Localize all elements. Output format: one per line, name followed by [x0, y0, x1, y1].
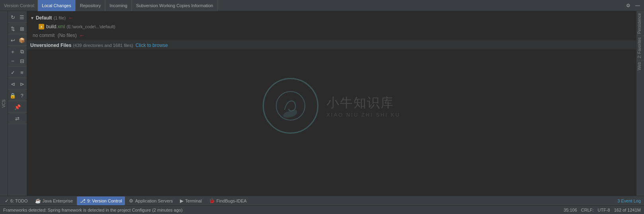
shelf-btn[interactable]: 📦: [18, 36, 26, 45]
click-to-browse-link[interactable]: Click to browse: [135, 43, 168, 48]
tab-incoming[interactable]: Incoming: [105, 0, 132, 11]
red-arrow-1: ←: [68, 15, 74, 21]
status-message: Frameworks detected: Spring framework is…: [3, 208, 564, 212]
todo-label: 6: TODO: [10, 198, 28, 203]
left-edge: VCS: [0, 11, 8, 196]
diff-btn[interactable]: ⊲: [8, 80, 17, 88]
watermark-circle: [263, 78, 318, 134]
no-commit-row[interactable]: no commit (No files) ←: [27, 31, 636, 40]
right-sidebar: Persistence 2: Favorites Web: [636, 11, 644, 196]
unversioned-row: Unversioned Files (439 directories and 1…: [27, 41, 636, 49]
no-commit-text: no commit (No files): [33, 33, 77, 38]
group-btn[interactable]: ☰: [18, 13, 26, 21]
minus-btn[interactable]: −: [8, 56, 17, 65]
red-arrow-2: ←: [79, 32, 85, 39]
bottom-tab-version-ctrl[interactable]: ⎇ 9: Version Control: [77, 196, 125, 205]
cursor-position: 35:106: [564, 208, 577, 212]
toolbar-group-1: ↻ ☰: [8, 12, 27, 23]
findbugs-icon: 🐞: [209, 198, 215, 204]
sync-btn[interactable]: ⇄: [13, 114, 22, 123]
unversioned-count: (439 directories and 1681 files): [73, 43, 133, 48]
pin-btn[interactable]: 📌: [13, 103, 22, 111]
toolbar-group-2: ⇅ ⊞: [8, 23, 27, 34]
help-btn[interactable]: ?: [18, 91, 26, 100]
toolbar-group-4: + ⧉ − ⊟: [8, 47, 27, 66]
content-area: ▼ Default (1 file) ← X build.xml (E:\wor…: [27, 11, 636, 196]
terminal-icon: ▶: [180, 198, 183, 204]
vcs-icon[interactable]: ⇅: [8, 24, 17, 33]
version-ctrl-icon: ⎇: [80, 198, 86, 204]
checklist-btn[interactable]: ≡: [18, 68, 26, 77]
table-btn[interactable]: ⊟: [18, 56, 26, 65]
java-ent-icon: ☕: [35, 198, 41, 204]
vcs-label: VCS: [2, 99, 6, 108]
findbugs-label: FindBugs-IDEA: [217, 198, 247, 203]
toolbar-group-9: ⇄: [8, 113, 27, 124]
bottom-tabs: ✓ 6: TODO ☕ Java Enterprise ⎇ 9: Version…: [0, 196, 644, 205]
bottom-tab-todo[interactable]: ✓ 6: TODO: [2, 196, 31, 205]
bottom-tab-terminal[interactable]: ▶ Terminal: [177, 196, 205, 205]
persistence-label[interactable]: Persistence: [636, 11, 644, 35]
todo-icon: ✓: [5, 198, 9, 204]
watermark-en: XIAO NIU ZHI SHI KU: [326, 112, 400, 118]
toolbar-group-5: ✓ ≡: [8, 67, 27, 78]
toolbar-group-7: 🔒 ?: [8, 90, 27, 101]
main-layout: VCS ↻ ☰ ⇅ ⊞ ↩ 📦 + ⧉: [0, 11, 644, 196]
hide-icon[interactable]: —: [634, 2, 642, 10]
java-ent-label: Java Enterprise: [43, 198, 73, 203]
toolbar-group-8: 📌: [8, 102, 27, 113]
terminal-label: Terminal: [185, 198, 202, 203]
toolbar: ↻ ☰ ⇅ ⊞ ↩ 📦 + ⧉ − ⊟: [8, 11, 27, 196]
tab-local-changes[interactable]: Local Changes: [37, 0, 75, 11]
version-control-label: Version Control:: [2, 3, 37, 8]
copy-btn[interactable]: ⧉: [18, 47, 26, 56]
tab-repository[interactable]: Repository: [76, 0, 105, 11]
encoding: UTF-8: [598, 208, 610, 212]
tag-icon[interactable]: ⊞: [18, 24, 26, 33]
tree-file-row[interactable]: X build.xml (E:\work_code\...\default): [27, 22, 636, 31]
default-group-title: Default: [36, 15, 52, 21]
undo-btn[interactable]: ↩: [8, 36, 17, 45]
diff2-btn[interactable]: ⊳: [18, 80, 26, 88]
watermark-text: 小牛知识库 XIAO NIU ZHI SHI KU: [326, 94, 400, 118]
bottom-tab-java-ent[interactable]: ☕ Java Enterprise: [32, 196, 76, 205]
check-btn[interactable]: ✓: [8, 68, 17, 77]
file-ext: .xml: [56, 24, 65, 29]
file-basename: build: [46, 24, 56, 29]
app-servers-label: Application Servers: [135, 198, 173, 203]
expand-arrow: ▼: [30, 16, 34, 20]
web-label[interactable]: Web: [636, 60, 644, 72]
app-servers-icon: ⚙: [129, 198, 133, 204]
default-group-count: (1 file): [54, 16, 66, 20]
file-name: build.xml: [46, 24, 65, 29]
memory-usage: 162 of 1241M: [614, 208, 641, 212]
bottom-tab-app-servers[interactable]: ⚙ Application Servers: [126, 196, 176, 205]
lock-btn[interactable]: 🔒: [8, 91, 17, 100]
settings-icon[interactable]: ⚙: [624, 2, 632, 10]
watermark-area: 小牛知识库 XIAO NIU ZHI SHI KU: [27, 50, 636, 161]
favorites-label[interactable]: 2: Favorites: [636, 35, 644, 60]
top-tab-bar: Version Control: Local Changes Repositor…: [0, 0, 644, 11]
add-btn[interactable]: +: [8, 47, 17, 56]
toolbar-group-3: ↩ 📦: [8, 35, 27, 46]
event-log-badge[interactable]: 3 Event Log: [617, 198, 641, 203]
status-bar: Frameworks detected: Spring framework is…: [0, 205, 644, 214]
toolbar-group-6: ⊲ ⊳: [8, 79, 27, 89]
xml-file-icon: X: [38, 23, 45, 30]
version-ctrl-label: 9: Version Control: [87, 198, 122, 203]
top-tab-right: ⚙ —: [624, 2, 644, 10]
default-group-header[interactable]: ▼ Default (1 file) ←: [27, 14, 636, 22]
tab-subversion[interactable]: Subversion Working Copies Information: [132, 0, 218, 11]
watermark-logo-svg: [275, 90, 306, 122]
watermark-cn: 小牛知识库: [326, 94, 400, 112]
status-bar-right: 35:106 CRLF: UTF-8 162 of 1241M: [564, 208, 641, 212]
line-ending: CRLF:: [581, 208, 594, 212]
refresh-btn[interactable]: ↻: [8, 13, 17, 21]
tree-section: ▼ Default (1 file) ← X build.xml (E:\wor…: [27, 13, 636, 50]
bottom-tab-findbugs[interactable]: 🐞 FindBugs-IDEA: [206, 196, 250, 205]
unversioned-label: Unversioned Files: [30, 43, 71, 48]
file-path: (E:\work_code\...\default): [66, 24, 115, 29]
